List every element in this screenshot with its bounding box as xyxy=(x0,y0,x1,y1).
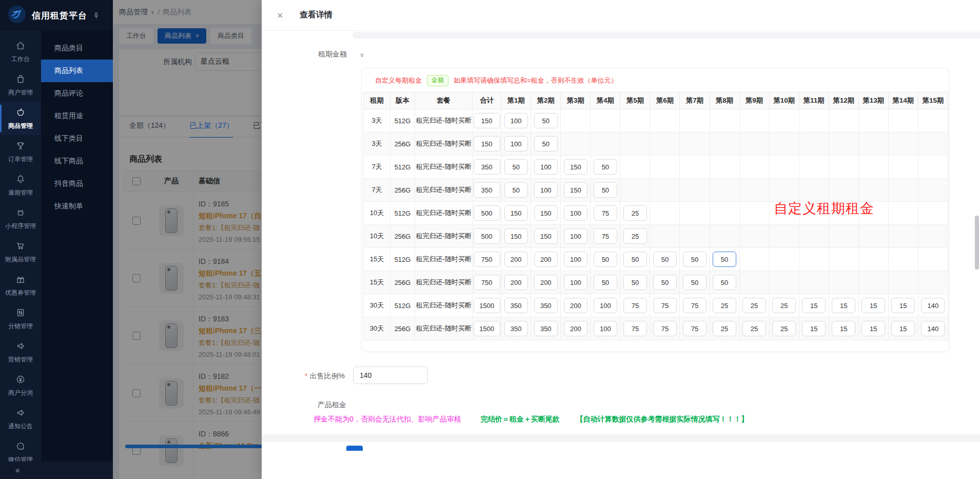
rent-input-r7-p5[interactable] xyxy=(623,275,647,290)
rent-input-r9-p2[interactable] xyxy=(534,321,558,336)
rent-input-r3-p2[interactable] xyxy=(534,182,558,198)
rent-input-r2-p3[interactable] xyxy=(564,159,587,175)
rent-input-r8-p6[interactable] xyxy=(653,298,677,313)
sidebar-item-商品管理[interactable]: 商品管理 xyxy=(0,102,41,135)
rent-input-r7-p1[interactable] xyxy=(504,275,528,290)
rent-input-r2-p4[interactable] xyxy=(594,159,617,175)
rent-input-r8-p15[interactable] xyxy=(921,298,945,313)
rent-input-r8-p3[interactable] xyxy=(564,298,587,313)
rent-input-r9-p4[interactable] xyxy=(594,321,617,336)
rent-input-r5-p5[interactable] xyxy=(623,228,647,244)
rent-input-r6-p2[interactable] xyxy=(534,252,558,267)
rent-input-r4-p1[interactable] xyxy=(504,205,528,221)
rent-input-r9-p11[interactable] xyxy=(802,321,826,336)
rent-input-r9-p1[interactable] xyxy=(504,321,528,336)
rent-input-r3-p1[interactable] xyxy=(504,182,528,198)
sidebar-item-商户管理[interactable]: 商户管理 xyxy=(0,68,41,102)
rent-input-r6-p6[interactable] xyxy=(653,252,677,267)
rent-input-r9-p10[interactable] xyxy=(772,321,796,336)
rent-total-input-r4[interactable] xyxy=(474,205,500,221)
rent-total-input-r7[interactable] xyxy=(474,275,500,290)
rent-input-r3-p4[interactable] xyxy=(594,182,617,198)
rent-input-r9-p15[interactable] xyxy=(921,321,945,336)
rent-input-r8-p9[interactable] xyxy=(742,298,766,313)
submenu-item-线下商品[interactable]: 线下商品 xyxy=(41,150,113,173)
sidebar-item-订单管理[interactable]: 订单管理 xyxy=(0,135,41,168)
rent-input-r8-p4[interactable] xyxy=(594,298,617,313)
sidebar-item-逾期管理[interactable]: 逾期管理 xyxy=(0,168,41,202)
rent-input-r8-p11[interactable] xyxy=(802,298,826,313)
rent-input-r4-p3[interactable] xyxy=(564,205,587,221)
rent-input-r6-p3[interactable] xyxy=(564,252,587,267)
submenu-item-快速制单[interactable]: 快速制单 xyxy=(41,195,113,218)
rent-input-r7-p7[interactable] xyxy=(683,275,707,290)
chevron-down-icon[interactable]: ∨ xyxy=(360,51,364,59)
sidebar-item-小程序管理[interactable]: 小程序管理 xyxy=(0,202,41,235)
sale-ratio-input[interactable] xyxy=(353,367,428,384)
rent-input-r9-p14[interactable] xyxy=(891,321,915,336)
sidebar-item-通知公告[interactable]: 通知公告 xyxy=(0,402,41,435)
rent-input-r6-p7[interactable] xyxy=(683,252,707,267)
submenu-item-商品列表[interactable]: 商品列表 xyxy=(41,60,113,82)
rent-input-r9-p9[interactable] xyxy=(742,321,766,336)
sidebar-collapse-button[interactable]: « xyxy=(0,462,113,479)
rent-input-r8-p10[interactable] xyxy=(772,298,796,313)
rent-total-input-r3[interactable] xyxy=(474,182,500,198)
rent-input-r8-p13[interactable] xyxy=(861,298,885,313)
rent-total-input-r0[interactable] xyxy=(474,113,500,128)
submenu-item-商品评论[interactable]: 商品评论 xyxy=(41,82,113,105)
sidebar-item-工作台[interactable]: 工作台 xyxy=(0,35,41,68)
rent-input-r0-p2[interactable] xyxy=(534,113,558,128)
vertical-scrollbar-thumb[interactable] xyxy=(975,216,979,270)
rent-input-r9-p13[interactable] xyxy=(861,321,885,336)
sidebar-item-分销管理[interactable]: 分销管理 xyxy=(0,302,41,335)
sidebar-item-附属品管理[interactable]: 附属品管理 xyxy=(0,235,41,269)
rent-input-r8-p5[interactable] xyxy=(623,298,647,313)
rent-input-r2-p2[interactable] xyxy=(534,159,558,175)
rent-input-r8-p1[interactable] xyxy=(504,298,528,313)
rent-input-r8-p14[interactable] xyxy=(891,298,915,313)
submenu-item-租赁用途[interactable]: 租赁用途 xyxy=(41,105,113,127)
rent-input-r9-p6[interactable] xyxy=(653,321,677,336)
rent-input-r5-p1[interactable] xyxy=(504,228,528,244)
rent-input-r7-p4[interactable] xyxy=(594,275,617,290)
rent-total-input-r6[interactable] xyxy=(474,252,500,267)
rent-input-r8-p12[interactable] xyxy=(832,298,855,313)
rent-input-r7-p3[interactable] xyxy=(564,275,587,290)
rent-input-r6-p5[interactable] xyxy=(623,252,647,267)
rent-total-input-r9[interactable] xyxy=(474,321,500,336)
rent-input-r6-p4[interactable] xyxy=(594,252,617,267)
rent-input-r7-p2[interactable] xyxy=(534,275,558,290)
rent-input-r5-p2[interactable] xyxy=(534,228,558,244)
submenu-item-抖音商品[interactable]: 抖音商品 xyxy=(41,173,113,195)
sidebar-item-营销管理[interactable]: 营销管理 xyxy=(0,335,41,369)
rent-input-r1-p1[interactable] xyxy=(504,136,528,151)
rent-input-r2-p1[interactable] xyxy=(504,159,528,175)
rent-input-r7-p6[interactable] xyxy=(653,275,677,290)
modal-overlay[interactable] xyxy=(113,0,262,479)
rent-input-r3-p3[interactable] xyxy=(564,182,587,198)
rent-input-r8-p2[interactable] xyxy=(534,298,558,313)
rent-input-r4-p2[interactable] xyxy=(534,205,558,221)
rent-input-r4-p4[interactable] xyxy=(594,205,617,221)
rent-input-r9-p8[interactable] xyxy=(713,321,736,336)
rent-input-r7-p8[interactable] xyxy=(713,275,736,290)
rent-total-input-r1[interactable] xyxy=(474,136,500,151)
rent-input-r8-p7[interactable] xyxy=(683,298,707,313)
sidebar-item-商户分润[interactable]: 商户分润 xyxy=(0,369,41,402)
rent-input-r9-p3[interactable] xyxy=(564,321,587,336)
rent-input-r8-p8[interactable] xyxy=(713,298,736,313)
rent-input-r5-p4[interactable] xyxy=(594,228,617,244)
sidebar-item-优惠券管理[interactable]: 优惠券管理 xyxy=(0,269,41,302)
rent-input-r5-p3[interactable] xyxy=(564,228,587,244)
rent-total-input-r8[interactable] xyxy=(474,298,500,313)
pin-icon[interactable] xyxy=(92,12,100,20)
rent-input-r0-p1[interactable] xyxy=(504,113,528,128)
submenu-item-商品类目[interactable]: 商品类目 xyxy=(41,37,113,60)
submenu-item-线下类目[interactable]: 线下类目 xyxy=(41,127,113,150)
rent-total-input-r2[interactable] xyxy=(474,159,500,175)
close-icon[interactable]: × xyxy=(277,10,283,21)
rent-total-input-r5[interactable] xyxy=(474,228,500,244)
rent-input-r4-p5[interactable] xyxy=(623,205,647,221)
rent-input-r6-p8[interactable] xyxy=(713,252,736,267)
